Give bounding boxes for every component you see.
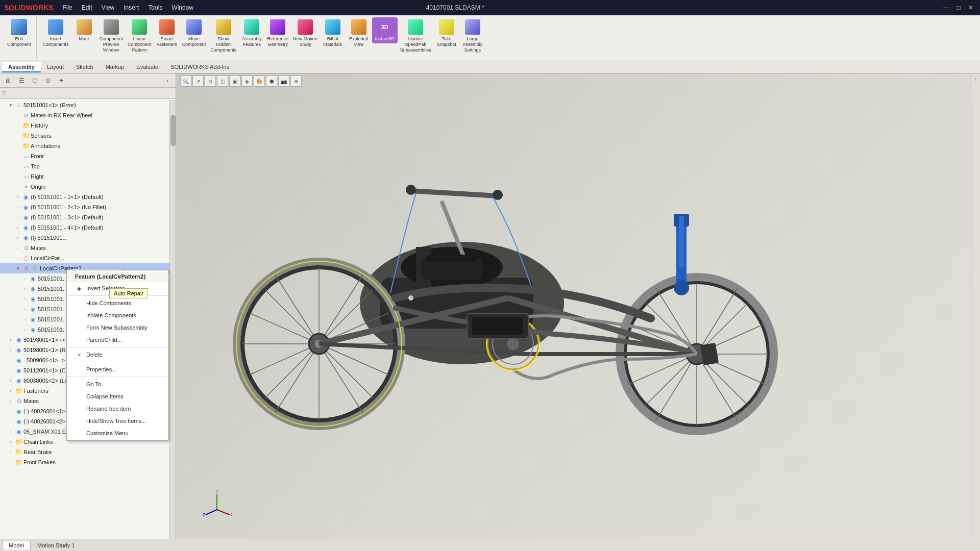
tab-markup[interactable]: Markup <box>100 62 131 72</box>
bill-of-materials-button[interactable]: Bill ofMaterials <box>320 17 346 49</box>
menu-file[interactable]: File <box>58 3 76 12</box>
filter-icon: ▽ <box>2 90 6 96</box>
svg-line-37 <box>697 354 738 420</box>
ctx-rename-tree-item[interactable]: Rename tree item <box>67 403 168 415</box>
show-hidden-components-button[interactable]: ShowHiddenComponents <box>208 17 238 54</box>
tree-item-mates-node[interactable]: › ⊙ Mates <box>0 243 176 253</box>
tree-scrollbar[interactable] <box>169 100 176 539</box>
large-assembly-settings-button[interactable]: LargeAssemblySettings <box>460 17 485 54</box>
vp-btn-camera[interactable]: 📷 <box>278 76 289 87</box>
window-controls: — □ ✕ <box>941 3 976 13</box>
tab-addins[interactable]: SOLIDWORKS Add-Ins <box>164 62 235 72</box>
panel-tool-3[interactable]: ⬡ <box>29 74 41 87</box>
update-speedpak-button[interactable]: UpdateSpeedPakSubassemblies <box>398 17 433 54</box>
bottom-tab-bar: Model Motion Study 1 <box>0 539 980 551</box>
ctx-go-to[interactable]: Go To... <box>67 378 168 390</box>
tree-item-annotations[interactable]: 📁 Annotations <box>0 141 176 151</box>
svg-line-69 <box>206 510 217 515</box>
ctx-properties[interactable]: Properties... <box>67 363 168 375</box>
tree-item-part3[interactable]: › ◉ (f) 50151001 - 3<1> (Default) <box>0 212 176 222</box>
new-motion-study-button[interactable]: New MotionStudy <box>291 17 320 49</box>
mate-button[interactable]: Mate <box>71 17 97 43</box>
panel-tool-2[interactable]: ☰ <box>15 74 28 87</box>
close-button[interactable]: ✕ <box>966 3 976 13</box>
tree-item-mates-rx[interactable]: › ⊙ Mates in RX Rear Wheel <box>0 110 176 120</box>
vp-btn-view1[interactable]: ◈ <box>241 76 253 87</box>
collapse-right-button[interactable]: ‹ <box>974 76 977 83</box>
linear-component-pattern-button[interactable]: LinearComponentPattern <box>126 17 154 54</box>
take-snapshot-button[interactable]: TakeSnapshot <box>434 17 459 49</box>
tab-layout[interactable]: Layout <box>41 62 70 72</box>
tab-assembly[interactable]: Assembly <box>2 62 41 72</box>
menu-edit[interactable]: Edit <box>78 3 96 12</box>
svg-point-63 <box>408 295 413 300</box>
edit-component-button[interactable]: EditComponent <box>5 17 33 49</box>
svg-line-35 <box>656 354 697 420</box>
vp-btn-select[interactable]: ↗ <box>192 76 204 87</box>
tree-item-localcirpat1[interactable]: › ⬡ LocalCirPat... <box>0 253 176 263</box>
ctx-form-subassembly[interactable]: Form New Subassembly <box>67 321 168 334</box>
btab-motion-study[interactable]: Motion Study 1 <box>31 541 81 550</box>
reference-geometry-button[interactable]: ReferenceGeometry <box>265 17 290 49</box>
tree-item-history[interactable]: 📁 History <box>0 120 176 131</box>
tree-item-right[interactable]: ▭ Right <box>0 171 176 182</box>
instant3d-button[interactable]: 3D Instant3D <box>372 17 398 43</box>
menu-window[interactable]: Window <box>167 3 198 12</box>
vp-btn-section[interactable]: ⊕ <box>290 76 302 87</box>
tree-item-top[interactable]: ▭ Top <box>0 161 176 171</box>
scrollbar-thumb[interactable] <box>170 115 176 146</box>
tab-sketch[interactable]: Sketch <box>70 62 100 72</box>
vp-btn-display[interactable]: ⊙ <box>205 76 216 87</box>
tree-item-front[interactable]: ▭ Front <box>0 151 176 161</box>
ctx-customize-menu[interactable]: Customize Menu <box>67 427 168 439</box>
ctx-delete[interactable]: ✕ Delete <box>67 348 168 361</box>
ribbon-group-edit: EditComponent <box>2 16 37 60</box>
menu-view[interactable]: View <box>97 3 118 12</box>
assembly-features-button[interactable]: AssemblyFeatures <box>239 17 264 49</box>
menu-insert[interactable]: Insert <box>119 3 143 12</box>
exploded-view-button[interactable]: ExplodedView <box>346 17 372 49</box>
panel-toolbar: ⊞ ☰ ⬡ ⊙ ✦ › <box>0 73 176 88</box>
ctx-collapse-items[interactable]: Collapse Items <box>67 390 168 403</box>
ctx-hide-show-tree[interactable]: Hide/Show Tree Items... <box>67 415 168 427</box>
smart-fasteners-button[interactable]: SmartFasteners <box>154 17 180 49</box>
vp-btn-color[interactable]: 🎨 <box>254 76 265 87</box>
tree-item-sensors[interactable]: 📁 Sensors <box>0 131 176 141</box>
vp-btn-edit[interactable]: ▣ <box>229 76 240 87</box>
svg-line-11 <box>265 344 319 398</box>
tree-item-part5[interactable]: › ◉ (f) 50151001... <box>0 233 176 243</box>
svg-line-48 <box>411 191 498 196</box>
panel-tool-1[interactable]: ⊞ <box>2 74 14 87</box>
panel-tool-4[interactable]: ⊙ <box>42 74 54 87</box>
restore-button[interactable]: □ <box>953 3 964 13</box>
vp-btn-search[interactable]: 🔍 <box>180 76 191 87</box>
move-component-button[interactable]: MoveComponent <box>180 17 208 49</box>
parent-child-icon <box>75 336 83 344</box>
tree-item-origin[interactable]: ✦ Origin <box>0 182 176 192</box>
ctx-sep-4 <box>67 377 168 377</box>
panel-expand-button[interactable]: › <box>161 74 174 87</box>
delete-icon: ✕ <box>75 350 83 359</box>
tab-evaluate[interactable]: Evaluate <box>130 62 164 72</box>
tree-item-front-brakes[interactable]: › 📁 Front Brakes <box>0 457 176 467</box>
ctx-parent-child[interactable]: Parent/Child... <box>67 334 168 346</box>
tree-item-rear-brake[interactable]: › 📁 Rear Brake <box>0 447 176 457</box>
tree-item-root[interactable]: ▼ ⚠ 50151001<1> (Error) <box>0 100 176 110</box>
minimize-button[interactable]: — <box>941 3 951 13</box>
ctx-hide-components[interactable]: Hide Components <box>67 297 168 309</box>
panel-tool-5[interactable]: ✦ <box>55 74 67 87</box>
svg-point-49 <box>406 185 416 195</box>
ctx-isolate-components[interactable]: Isolate Components <box>67 309 168 321</box>
context-menu-header: Feature (LocalCirPattern2) <box>67 271 168 282</box>
insert-components-button[interactable]: InsertComponents <box>41 17 71 49</box>
tree-item-part2[interactable]: › ◉ (f) 50151001 - 2<1> (No Fillet) <box>0 202 176 212</box>
vp-btn-hide[interactable]: ◫ <box>217 76 228 87</box>
tree-item-part1[interactable]: › ◉ (f) 50151001 - 1<1> (Default) <box>0 192 176 202</box>
menu-tools[interactable]: Tools <box>144 3 166 12</box>
component-preview-button[interactable]: ComponentPreviewWindow <box>97 17 126 54</box>
btab-model[interactable]: Model <box>2 541 31 549</box>
3d-viewport[interactable]: 🔍 ↗ ⊙ ◫ ▣ ◈ 🎨 ⬢ 📷 ⊕ <box>176 73 980 539</box>
tree-item-part4[interactable]: › ◉ (f) 50151001 - 4<1> (Default) <box>0 222 176 233</box>
svg-rect-66 <box>472 317 523 335</box>
vp-btn-render[interactable]: ⬢ <box>266 76 277 87</box>
